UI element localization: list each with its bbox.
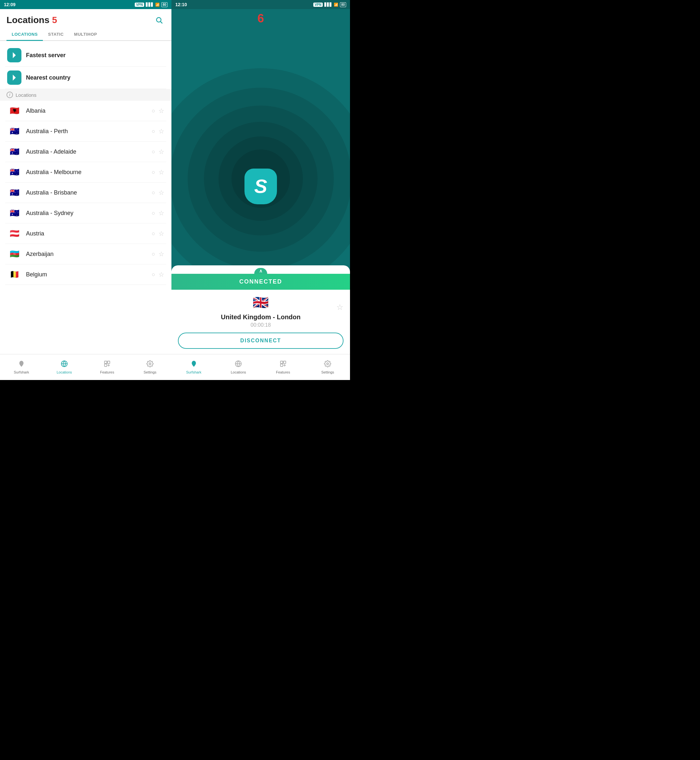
nav-locations[interactable]: Locations: [43, 358, 86, 377]
location-name: Albania: [26, 108, 148, 114]
signal-icon[interactable]: ○: [152, 169, 155, 176]
location-name: Australia - Adelaide: [26, 149, 148, 155]
star-icon[interactable]: ☆: [158, 148, 164, 156]
chevron-up-button[interactable]: [254, 268, 267, 274]
nav-label-settings: Settings: [144, 370, 156, 374]
list-item[interactable]: 🇦🇺 Australia - Adelaide ○ ☆: [5, 142, 166, 162]
connected-status-bar: CONNECTED: [172, 274, 350, 290]
fastest-icon: [7, 48, 22, 63]
time-left: 12:09: [4, 2, 16, 7]
flag-azerbaijan: 🇦🇿: [7, 249, 22, 260]
surfshark-nav-icon: [18, 360, 25, 369]
nav-label-locations-right: Locations: [231, 370, 246, 374]
svg-rect-4: [105, 361, 107, 363]
signal-icon[interactable]: ○: [152, 251, 155, 258]
connected-chevron: [172, 265, 350, 274]
fastest-label: Fastest server: [26, 52, 66, 59]
list-item[interactable]: 🇦🇺 Australia - Brisbane ○ ☆: [5, 183, 166, 203]
signal-icon[interactable]: ○: [152, 128, 155, 135]
svg-rect-12: [281, 361, 283, 363]
nav-label-settings-right: Settings: [321, 370, 334, 374]
star-icon[interactable]: ☆: [158, 189, 164, 197]
item-actions: ○ ☆: [152, 250, 164, 258]
star-icon[interactable]: ☆: [158, 127, 164, 135]
signal-icon[interactable]: ○: [152, 108, 155, 114]
signal-icon[interactable]: ○: [152, 189, 155, 196]
nearest-icon: [7, 70, 22, 85]
tab-multihop[interactable]: MULTIHOP: [69, 28, 102, 41]
nav-settings[interactable]: Settings: [128, 358, 172, 377]
nav-locations-right[interactable]: Locations: [216, 358, 261, 377]
item-actions: ○ ☆: [152, 271, 164, 278]
connected-flag: 🇬🇧: [233, 295, 288, 310]
item-actions: ○ ☆: [152, 107, 164, 115]
tab-static[interactable]: STATIC: [43, 28, 69, 41]
item-actions: ○ ☆: [152, 230, 164, 238]
favorite-button-right[interactable]: ☆: [336, 303, 344, 312]
left-header: Locations 5: [0, 9, 172, 28]
nav-label-locations: Locations: [56, 370, 72, 374]
status-bar-left: 12:09 VPN ▋▋▋ 📶 80: [0, 0, 172, 9]
list-item[interactable]: 🇦🇺 Australia - Perth ○ ☆: [5, 121, 166, 142]
nearest-country-item[interactable]: Nearest country: [5, 67, 166, 89]
star-icon[interactable]: ☆: [158, 209, 164, 217]
location-name: Australia - Perth: [26, 128, 148, 135]
list-item[interactable]: 🇧🇪 Belgium ○ ☆: [5, 264, 166, 285]
location-list[interactable]: 🇦🇱 Albania ○ ☆ 🇦🇺 Australia - Perth ○ ☆ …: [0, 101, 172, 354]
signal-icon[interactable]: ○: [152, 210, 155, 217]
signal-icon[interactable]: ○: [152, 271, 155, 278]
location-name: Belgium: [26, 271, 148, 278]
star-icon[interactable]: ☆: [158, 250, 164, 258]
star-icon[interactable]: ☆: [158, 230, 164, 238]
nav-features[interactable]: Features: [86, 358, 128, 377]
nav-label-features-right: Features: [276, 370, 290, 374]
bottom-nav-left: Surfshark Locations: [0, 354, 172, 380]
item-actions: ○ ☆: [152, 127, 164, 135]
info-icon: i: [6, 92, 13, 98]
flag-austria: 🇦🇹: [7, 228, 22, 239]
star-icon[interactable]: ☆: [158, 168, 164, 176]
vpn-badge-left: VPN: [135, 3, 144, 7]
connected-country-name: United Kingdom - London: [172, 313, 350, 322]
nav-settings-right[interactable]: Settings: [306, 358, 350, 377]
connected-time: 00:00:18: [172, 322, 350, 333]
battery-right: 80: [340, 2, 346, 7]
signal-icon[interactable]: ○: [152, 230, 155, 237]
list-item[interactable]: 🇦🇺 Australia - Sydney ○ ☆: [5, 203, 166, 224]
surfshark-logo: S: [244, 169, 277, 204]
list-item[interactable]: 🇦🇹 Austria ○ ☆: [5, 224, 166, 244]
battery-left: 80: [161, 2, 167, 7]
nav-surfshark-right[interactable]: Surfshark: [172, 358, 216, 377]
nav-label-features: Features: [100, 370, 114, 374]
flag-belgium: 🇧🇪: [7, 269, 22, 280]
wifi-icon-right: 📶: [334, 3, 338, 7]
special-items: Fastest server Nearest country: [0, 41, 172, 89]
tab-locations[interactable]: LOCATIONS: [6, 28, 43, 41]
svg-rect-14: [281, 364, 283, 366]
flag-albania: 🇦🇱: [7, 105, 22, 116]
signal-icon[interactable]: ○: [152, 149, 155, 155]
star-icon[interactable]: ☆: [158, 271, 164, 278]
list-item[interactable]: 🇦🇺 Australia - Melbourne ○ ☆: [5, 162, 166, 183]
features-nav-icon-right: [280, 360, 287, 369]
location-name: Australia - Brisbane: [26, 189, 148, 196]
status-bar-right: 12:10 VPN ▋▋▋ 📶 80: [172, 0, 350, 9]
surfshark-nav-icon-right: [190, 360, 197, 369]
signal-icon-right: ▋▋▋: [324, 3, 332, 7]
list-item[interactable]: 🇦🇿 Azerbaijan ○ ☆: [5, 244, 166, 264]
nav-features-right[interactable]: Features: [261, 358, 306, 377]
star-icon[interactable]: ☆: [158, 107, 164, 115]
search-button[interactable]: [153, 14, 165, 26]
tabs-row: LOCATIONS STATIC MULTIHOP: [0, 28, 172, 41]
left-panel: 12:09 VPN ▋▋▋ 📶 80 Locations 5 LOCATIONS…: [0, 0, 172, 380]
surfshark-s-letter: S: [254, 177, 267, 196]
location-name: Australia - Sydney: [26, 210, 148, 217]
nearest-label: Nearest country: [26, 74, 70, 81]
list-item[interactable]: 🇦🇱 Albania ○ ☆: [5, 101, 166, 121]
location-name: Austria: [26, 230, 148, 237]
fastest-server-item[interactable]: Fastest server: [5, 44, 166, 67]
disconnect-button[interactable]: DISCONNECT: [178, 333, 344, 349]
nav-surfshark[interactable]: Surfshark: [0, 358, 43, 377]
flag-au-sydney: 🇦🇺: [7, 208, 22, 219]
vpn-badge-right: VPN: [313, 3, 323, 7]
